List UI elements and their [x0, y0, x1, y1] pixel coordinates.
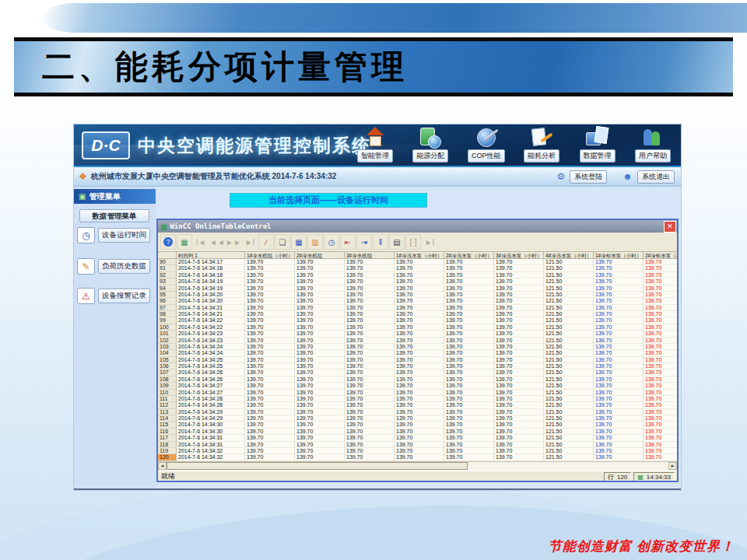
value-cell: 139.70 [295, 363, 345, 369]
nav-item-cop-performance[interactable]: COP性能 [460, 127, 513, 165]
prev-record-icon: ◄◄ [209, 234, 225, 250]
export-stop-icon[interactable]: ⇥ [356, 234, 372, 250]
edit-pen-icon[interactable]: ∕ [258, 234, 274, 250]
first-record-icon: I◄ [193, 234, 209, 250]
time-cell: 2014-7-6 14:34:22 [177, 324, 245, 331]
value-cell: 139.70 [395, 272, 444, 278]
relative-range-icon[interactable]: [·] [405, 234, 421, 250]
table-row[interactable]: 992014-7-6 14:34:22139.70139.70139.70139… [158, 317, 677, 324]
value-cell: 139.70 [644, 390, 677, 396]
column-select-icon[interactable]: ▦ [291, 234, 307, 250]
wincc-titlebar[interactable]: ▦ WinCC OnlineTableControl ✕ [158, 220, 677, 233]
scroll-left-icon[interactable]: ◄ [158, 462, 167, 470]
table-row[interactable]: 912014-7-6 14:34:18139.70139.70139.70139… [158, 265, 677, 271]
table-row[interactable]: 952014-7-6 14:34:20139.70139.70139.70139… [158, 292, 677, 298]
value-cell: 139.70 [644, 350, 677, 356]
nav-item-data-management[interactable]: 数据管理 [571, 127, 624, 165]
value-cell: 139.70 [395, 259, 444, 265]
sidebar-item-3[interactable]: ⚠设备报警记录 [77, 288, 150, 304]
table-row[interactable]: 962014-7-6 14:34:20139.70139.70139.70139… [158, 298, 677, 304]
system-logout-button[interactable]: 系统退出 [637, 170, 675, 184]
table-row[interactable]: 1092014-7-6 14:34:27139.70139.70139.7013… [158, 383, 677, 389]
value-cell: 139.70 [295, 422, 345, 428]
table-row[interactable]: 1122014-7-6 14:34:28139.70139.70139.7013… [158, 402, 677, 408]
horizontal-scrollbar[interactable]: ◄ ► [158, 461, 677, 471]
value-cell: 121.50 [544, 317, 594, 324]
table-row[interactable]: 1062014-7-6 14:34:25139.70139.70139.7013… [158, 363, 677, 369]
copy-icon[interactable]: ❏ [275, 234, 290, 250]
value-cell: 139.70 [245, 298, 295, 304]
value-cell: 139.70 [644, 442, 677, 448]
pinwheel-logo-icon: ❖ [79, 171, 87, 182]
pause-icon-glyph: ‖ [379, 238, 382, 247]
table-row[interactable]: 1022014-7-6 14:34:23139.70139.70139.7013… [158, 338, 677, 344]
table-row[interactable]: 1162014-7-6 14:34:30139.70139.70139.7013… [158, 429, 677, 435]
sidebar-item-2[interactable]: ✎负荷历史数据 [77, 258, 150, 275]
table-row[interactable]: 1012014-7-6 14:34:23139.70139.70139.7013… [158, 331, 677, 337]
table-row[interactable]: 1172014-7-6 14:34:31139.70139.70139.7013… [158, 435, 677, 441]
nav-item-user-help[interactable]: 用户帮助 [626, 127, 679, 165]
value-cell: 139.70 [245, 357, 295, 363]
value-cell: 139.70 [345, 285, 395, 292]
table-row[interactable]: 1032014-7-6 14:34:24139.70139.70139.7013… [158, 344, 677, 350]
export-start-icon[interactable]: ⇤ [340, 234, 356, 250]
value-cell: 139.70 [594, 363, 644, 369]
value-cell: 139.70 [594, 259, 644, 265]
slide-top-sky-band [43, 3, 747, 33]
time-range-icon[interactable]: ◷ [324, 234, 339, 250]
sidebar-menu-title-button[interactable]: 数据管理菜单 [79, 209, 149, 222]
value-cell: 139.70 [345, 402, 395, 408]
scrollbar-thumb[interactable] [167, 462, 468, 470]
table-row[interactable]: 922014-7-6 14:34:18139.70139.70139.70139… [158, 272, 677, 278]
nav-item-energy-analysis[interactable]: 能耗分析 [515, 127, 568, 165]
table-row[interactable]: 1102014-7-6 14:34:27139.70139.70139.7013… [158, 390, 677, 396]
table-row[interactable]: 1132014-7-6 14:34:29139.70139.70139.7013… [158, 409, 677, 415]
value-cell: 139.70 [494, 338, 544, 344]
print-icon[interactable]: ▤ [389, 234, 405, 250]
value-cell: 139.70 [444, 265, 494, 271]
value-cell: 139.70 [594, 402, 644, 408]
table-row[interactable]: 932014-7-6 14:34:19139.70139.70139.70139… [158, 278, 677, 285]
table-row[interactable]: 1202014-7-6 14:34:32139.70139.70139.7013… [158, 454, 677, 460]
close-icon[interactable]: ✕ [664, 221, 676, 233]
value-cell: 139.70 [295, 317, 345, 324]
table-row[interactable]: 902014-7-6 14:34:17139.70139.70139.70139… [158, 259, 677, 265]
value-cell: 121.50 [544, 376, 594, 383]
value-cell: 139.70 [494, 448, 544, 454]
table-row[interactable]: 1002014-7-6 14:34:22139.70139.70139.7013… [158, 324, 677, 331]
system-login-button[interactable]: 系统登陆 [570, 170, 607, 184]
table-row[interactable]: 1072014-7-6 14:34:26139.70139.70139.7013… [158, 369, 677, 376]
table-row[interactable]: 1082014-7-6 14:34:26139.70139.70139.7013… [158, 376, 677, 383]
time-cell: 2014-7-6 14:34:25 [177, 363, 245, 369]
value-cell: 139.70 [594, 390, 644, 396]
value-cell: 121.50 [544, 272, 594, 278]
row-number-cell: 111 [158, 396, 177, 402]
table-row[interactable]: 1192014-7-6 14:34:32139.70139.70139.7013… [158, 448, 677, 454]
value-cell: 139.70 [345, 415, 395, 422]
table-row[interactable]: 972014-7-6 14:34:21139.70139.70139.70139… [158, 305, 677, 311]
scroll-right-icon[interactable]: ► [668, 462, 677, 470]
row-number-cell: 116 [158, 429, 177, 435]
value-cell: 139.70 [444, 272, 494, 278]
value-cell: 139.70 [444, 454, 494, 460]
table-row[interactable]: 942014-7-6 14:34:19139.70139.70139.70139… [158, 285, 677, 292]
wincc-table-icon: ▦ [160, 222, 167, 231]
table-row[interactable]: 982014-7-6 14:34:21139.70139.70139.70139… [158, 311, 677, 317]
table-row[interactable]: 1142014-7-6 14:34:29139.70139.70139.7013… [158, 415, 677, 422]
value-cell: 139.70 [494, 324, 544, 331]
table-row[interactable]: 1182014-7-6 14:34:31139.70139.70139.7013… [158, 442, 677, 448]
table-row[interactable]: 1152014-7-6 14:34:30139.70139.70139.7013… [158, 422, 677, 428]
nav-item-home[interactable]: 智能管理 [349, 127, 402, 165]
help-icon[interactable]: ? [160, 234, 176, 250]
table-row[interactable]: 1052014-7-6 14:34:25139.70139.70139.7013… [158, 357, 677, 363]
nav-item-energy-allocation[interactable]: 能源分配 [404, 127, 457, 165]
value-cell: 139.70 [395, 396, 444, 402]
pause-icon[interactable]: ‖ [373, 234, 388, 250]
statistics-icon[interactable]: ▥ [307, 234, 323, 250]
value-cell: 139.70 [444, 278, 494, 285]
table-row[interactable]: 1042014-7-6 14:34:24139.70139.70139.7013… [158, 350, 677, 356]
sidebar-item-1[interactable]: ◷设备运行时间 [77, 227, 150, 243]
home-icon [362, 127, 388, 149]
table-row[interactable]: 1112014-7-6 14:34:28139.70139.70139.7013… [158, 396, 677, 402]
time-base-icon[interactable]: ▦ [177, 234, 192, 250]
